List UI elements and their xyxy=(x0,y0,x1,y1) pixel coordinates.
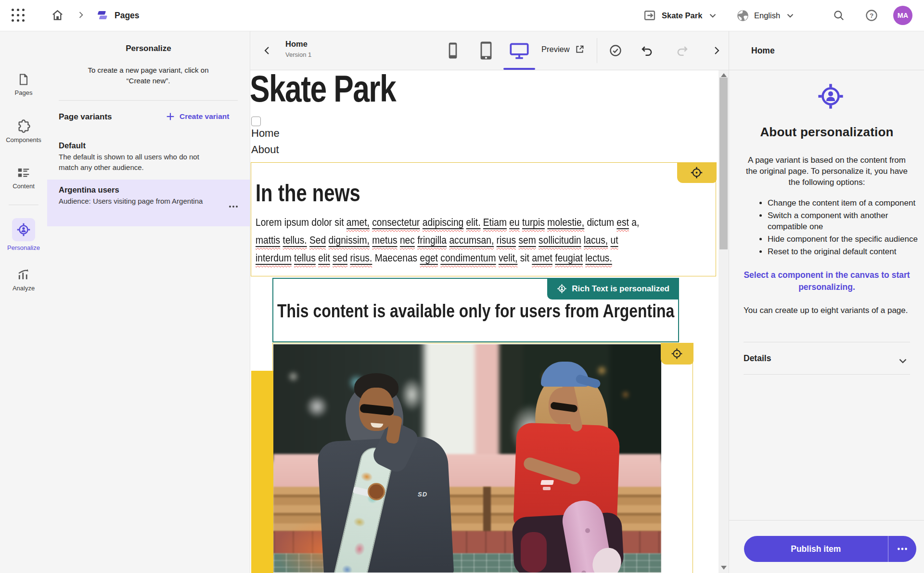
sidebar-item-pages[interactable]: Pages xyxy=(0,73,47,96)
left-nav-rail: Pages Components Content Personalize Ana… xyxy=(0,31,48,573)
nav-link-home[interactable]: Home xyxy=(251,127,280,140)
undo-icon[interactable] xyxy=(641,44,654,58)
personalize-component-tab[interactable] xyxy=(661,343,693,365)
misspelled-word: Etiam xyxy=(483,217,507,228)
chevron-down-icon xyxy=(785,10,796,21)
bullet-item: Hide component for the specific audience xyxy=(768,234,924,245)
select-component-link[interactable]: Select a component in the canvas to star… xyxy=(744,269,910,293)
site-title-heading[interactable]: Skate Park xyxy=(250,70,396,111)
misspelled-word: eget xyxy=(420,252,438,264)
misspelled-word: amet, xyxy=(346,217,370,228)
misspelled-word: tellus xyxy=(294,252,316,264)
right-panel: Home About personalization A page varian… xyxy=(729,31,924,573)
photo-bench-post xyxy=(483,487,491,533)
editor-toolbar: Home Version 1 Preview xyxy=(250,31,729,70)
panel-divider xyxy=(744,342,910,342)
personalize-target-icon xyxy=(557,284,567,294)
bullet-item: Reset to the original default content xyxy=(768,246,924,257)
selected-item-background xyxy=(12,218,35,241)
app-launcher-icon[interactable] xyxy=(12,9,25,22)
personalize-target-icon xyxy=(16,222,31,237)
nav-link-about[interactable]: About xyxy=(251,143,279,156)
active-device-indicator xyxy=(503,68,535,70)
site-icon xyxy=(643,9,656,22)
plus-icon xyxy=(165,111,176,122)
misspelled-word: sollicitudin xyxy=(539,234,581,246)
misspelled-word: dignissim, xyxy=(329,234,370,246)
panel-intro: To create a new page variant, click on “… xyxy=(76,65,220,86)
personalized-heading[interactable]: This content is available only for users… xyxy=(277,301,674,322)
sidebar-item-label: Personalize xyxy=(0,244,47,251)
help-icon[interactable]: ? xyxy=(865,9,878,22)
canvas-scrollbar[interactable] xyxy=(719,70,729,573)
variant-default[interactable]: Default The default is shown to all user… xyxy=(47,141,250,173)
personalize-panel: Personalize To create a new page variant… xyxy=(47,31,250,573)
scroll-up-arrow[interactable] xyxy=(721,73,727,77)
sidebar-item-components[interactable]: Components xyxy=(0,119,47,143)
validate-check-icon[interactable] xyxy=(609,44,622,57)
misspelled-word: molestie, xyxy=(547,217,584,228)
misspelled-word: Sed xyxy=(309,234,326,246)
misspelled-word: metus xyxy=(372,234,397,246)
scrollbar-thumb[interactable] xyxy=(719,78,728,249)
toolbar-divider xyxy=(597,38,597,63)
hero-photo[interactable]: SD xyxy=(273,344,661,573)
page-yellow-accent xyxy=(251,371,273,573)
misspelled-word: sed xyxy=(333,252,347,264)
preview-button[interactable]: Preview xyxy=(541,44,585,54)
site-switcher[interactable]: Skate Park xyxy=(643,0,718,31)
crosshair-icon xyxy=(671,348,683,360)
personalize-component-tab[interactable] xyxy=(677,162,717,183)
panel-title: Personalize xyxy=(47,44,250,53)
photo-board-mount xyxy=(585,528,590,533)
sidebar-item-content[interactable]: Content xyxy=(0,165,47,190)
misspelled-word: feugiat xyxy=(555,252,583,264)
news-component[interactable]: In the news Lorem ipsum dolor sit amet, … xyxy=(251,162,716,276)
sidebar-item-label: Analyze xyxy=(0,285,47,292)
scroll-down-arrow[interactable] xyxy=(721,566,727,570)
news-paragraph[interactable]: Lorem ipsum dolor sit amet, consectetur … xyxy=(256,214,719,267)
publish-item-label: Publish item xyxy=(744,536,888,562)
variants-limit-note: You can create up to eight variants of a… xyxy=(744,306,912,315)
personalized-richtext-component[interactable]: Rich Text is personalized This content i… xyxy=(272,278,679,342)
photo-shirt-print xyxy=(540,480,554,485)
redo-icon[interactable] xyxy=(675,44,689,58)
nav-checkbox[interactable] xyxy=(251,117,261,126)
puzzle-icon xyxy=(16,119,31,133)
misspelled-word: velit, xyxy=(499,252,517,264)
variant-name: Default xyxy=(59,141,250,150)
news-heading[interactable]: In the news xyxy=(256,179,360,207)
app-window: Pages Skate Park English ? MA Pages Comp… xyxy=(0,0,924,573)
page-variants-header: Page variants xyxy=(59,112,112,122)
bullet-item: Switch a component with another compatib… xyxy=(768,210,924,232)
back-chevron-icon[interactable] xyxy=(261,45,273,56)
personalize-target-icon xyxy=(817,82,845,110)
avatar[interactable]: MA xyxy=(893,6,912,25)
variant-argentina-users[interactable]: Argentina users Audience: Users visiting… xyxy=(47,180,250,226)
variant-options-icon[interactable] xyxy=(228,201,239,212)
publish-options-icon[interactable] xyxy=(888,536,916,562)
misspelled-word: lectus. xyxy=(585,252,612,264)
home-icon[interactable] xyxy=(51,9,64,22)
personalized-badge: Rich Text is personalized xyxy=(547,278,679,300)
language-switcher[interactable]: English xyxy=(736,0,796,31)
misspelled-word: eu xyxy=(509,217,519,228)
misspelled-word: elit. xyxy=(466,217,481,228)
details-accordion[interactable]: Details xyxy=(729,347,924,374)
sidebar-item-personalize[interactable]: Personalize xyxy=(0,218,47,251)
top-bar: Pages Skate Park English ? MA xyxy=(0,0,924,31)
misspelled-word: turpis xyxy=(522,217,545,228)
image-component[interactable]: SD xyxy=(272,343,693,573)
language-label: English xyxy=(754,11,780,20)
search-icon[interactable] xyxy=(833,9,845,22)
file-icon xyxy=(17,73,30,86)
forward-chevron-icon[interactable] xyxy=(711,45,722,56)
tablet-view-button[interactable] xyxy=(479,41,493,60)
sidebar-item-analyze[interactable]: Analyze xyxy=(0,267,47,292)
mobile-view-button[interactable] xyxy=(447,42,459,59)
create-variant-button[interactable]: Create variant xyxy=(165,111,229,122)
publish-item-button[interactable]: Publish item xyxy=(744,536,916,562)
misspelled-word: nec xyxy=(400,234,415,246)
misspelled-word: lacus, xyxy=(584,234,608,246)
desktop-view-button[interactable] xyxy=(510,43,529,59)
